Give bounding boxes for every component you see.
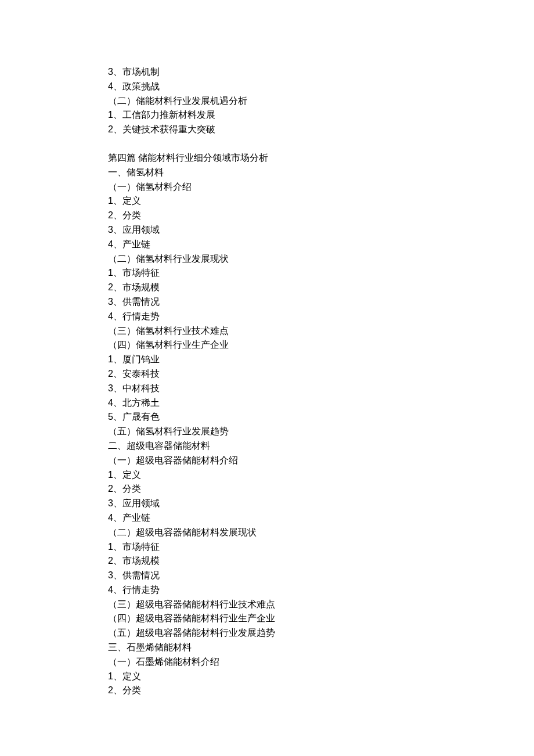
toc-line: 2、分类	[108, 482, 534, 496]
line-text: 应用领域	[122, 225, 160, 235]
toc-line: （三）超级电容器储能材料行业技术难点	[108, 597, 534, 612]
line-text: （三）超级电容器储能材料行业技术难点	[108, 599, 275, 609]
line-text: 行情走势	[122, 585, 160, 595]
line-text: 定义	[122, 470, 141, 480]
line-text: 广晟有色	[122, 412, 160, 422]
toc-line: 三、石墨烯储能材料	[108, 640, 534, 655]
line-separator: 、	[113, 311, 122, 321]
line-text: 北方稀土	[122, 398, 160, 408]
line-separator: 、	[113, 110, 122, 120]
line-separator: 、	[113, 570, 122, 580]
line-text: （二）储氢材料行业发展现状	[108, 254, 229, 264]
line-number: 1	[108, 110, 113, 120]
line-number: 3	[108, 570, 113, 580]
line-separator: 、	[113, 354, 122, 364]
line-separator: 、	[113, 282, 122, 292]
line-text: （二）超级电容器储能材料发展现状	[108, 527, 257, 537]
toc-line: 2、市场规模	[108, 280, 534, 295]
line-number: 1	[108, 268, 113, 278]
line-text: （一）储氢材料介绍	[108, 182, 192, 192]
line-text: 市场特征	[122, 268, 160, 278]
toc-line: 1、定义	[108, 194, 534, 208]
line-number: 2	[108, 556, 113, 566]
line-text: 分类	[122, 484, 141, 494]
toc-line: 2、关键技术获得重大突破	[108, 123, 534, 137]
line-text: 分类	[122, 210, 141, 220]
toc-line: 1、工信部力推新材料发展	[108, 108, 534, 123]
line-separator: 、	[113, 585, 122, 595]
line-number: 2	[108, 484, 113, 494]
line-text: （三）储氢材料行业技术难点	[108, 326, 229, 336]
toc-line: （二）储氢材料行业发展现状	[108, 252, 534, 267]
line-text: （一）石墨烯储能材料介绍	[108, 657, 219, 667]
document-page: 3、市场机制4、政策挑战（二）储能材料行业发展机遇分析1、工信部力推新材料发展2…	[0, 0, 534, 756]
line-number: 4	[108, 585, 113, 595]
toc-line: 2、分类	[108, 208, 534, 223]
line-text: 应用领域	[122, 498, 160, 508]
toc-line: （四）储氢材料行业生产企业	[108, 338, 534, 352]
toc-line: 4、北方稀土	[108, 396, 534, 411]
toc-line: 4、产业链	[108, 237, 534, 252]
toc-line: （二）储能材料行业发展机遇分析	[108, 94, 534, 109]
toc-line: 3、应用领域	[108, 223, 534, 237]
toc-line: （一）超级电容器储能材料介绍	[108, 453, 534, 468]
line-text: 工信部力推新材料发展	[122, 110, 215, 120]
line-number: 3	[108, 67, 113, 77]
line-separator: 、	[113, 412, 122, 422]
line-text: 市场规模	[122, 556, 160, 566]
line-text: （二）储能材料行业发展机遇分析	[108, 96, 247, 106]
toc-line: 2、市场规模	[108, 554, 534, 568]
toc-line: 3、供需情况	[108, 568, 534, 583]
toc-line: 3、中材科技	[108, 381, 534, 396]
toc-line: （五）储氢材料行业发展趋势	[108, 424, 534, 439]
line-separator: 、	[113, 671, 122, 681]
line-text: （五）储氢材料行业发展趋势	[108, 426, 229, 436]
toc-line: 1、市场特征	[108, 266, 534, 280]
line-number: 4	[108, 513, 113, 523]
toc-line: （三）储氢材料行业技术难点	[108, 324, 534, 339]
line-text: 行情走势	[122, 311, 160, 321]
line-text: （一）超级电容器储能材料介绍	[108, 455, 238, 465]
line-text: 中材科技	[122, 383, 160, 393]
line-separator: 、	[113, 196, 122, 206]
line-separator: 、	[113, 67, 122, 77]
toc-line: 4、政策挑战	[108, 80, 534, 94]
line-text: 第四篇 储能材料行业细分领域市场分析	[108, 153, 268, 163]
toc-line: （一）储氢材料介绍	[108, 180, 534, 195]
line-separator: 、	[113, 297, 122, 307]
line-separator: 、	[113, 81, 122, 91]
line-number: 1	[108, 196, 113, 206]
line-text: 定义	[122, 671, 141, 681]
line-number: 1	[108, 470, 113, 480]
toc-line: 1、定义	[108, 669, 534, 684]
toc-line: 4、产业链	[108, 511, 534, 525]
line-text: （五）超级电容器储能材料行业发展趋势	[108, 628, 275, 638]
line-separator: 、	[113, 398, 122, 408]
line-number: 2	[108, 124, 113, 134]
line-number: 4	[108, 81, 113, 91]
line-number: 4	[108, 311, 113, 321]
line-number: 3	[108, 225, 113, 235]
line-text: 供需情况	[122, 297, 160, 307]
line-number: 3	[108, 297, 113, 307]
toc-line: 4、行情走势	[108, 583, 534, 597]
line-separator: 、	[113, 239, 122, 249]
line-number: 5	[108, 412, 113, 422]
line-text: 安泰科技	[122, 369, 160, 379]
line-separator: 、	[113, 210, 122, 220]
line-separator: 、	[113, 484, 122, 494]
line-text: 分类	[122, 685, 141, 695]
line-separator: 、	[113, 685, 122, 695]
toc-line: 1、厦门钨业	[108, 352, 534, 367]
toc-line: 第四篇 储能材料行业细分领域市场分析	[108, 151, 534, 165]
line-number: 3	[108, 383, 113, 393]
line-separator: 、	[113, 470, 122, 480]
line-text: 关键技术获得重大突破	[122, 124, 215, 134]
toc-line: 3、市场机制	[108, 65, 534, 80]
line-number: 3	[108, 498, 113, 508]
line-text: 市场特征	[122, 542, 160, 552]
toc-line: 2、分类	[108, 683, 534, 698]
toc-line: 5、广晟有色	[108, 410, 534, 424]
line-separator: 、	[113, 383, 122, 393]
line-number: 1	[108, 671, 113, 681]
